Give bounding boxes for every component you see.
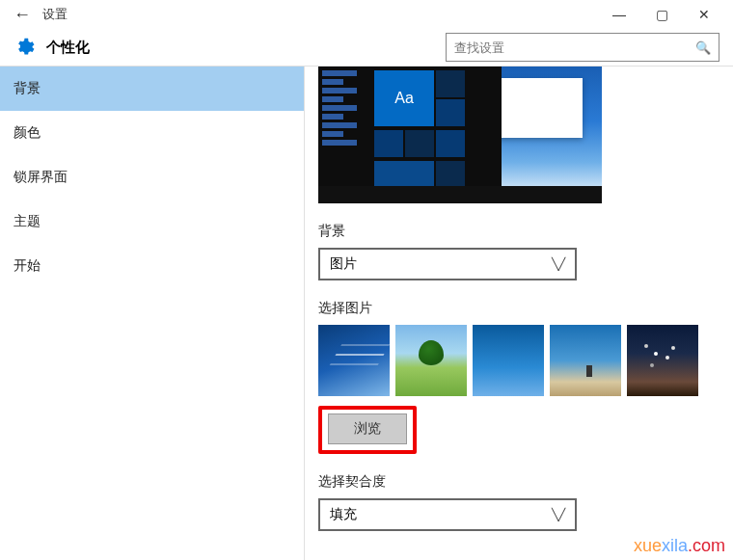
fit-label: 选择契合度 — [318, 473, 719, 491]
minimize-button[interactable]: — — [598, 0, 640, 29]
browse-highlight: 浏览 — [318, 406, 417, 454]
select-value: 填充 — [330, 506, 357, 523]
sidebar-item-label: 主题 — [14, 213, 41, 230]
close-button[interactable]: ✕ — [683, 0, 725, 29]
window-title: 设置 — [42, 6, 68, 23]
sidebar-item-themes[interactable]: 主题 — [0, 200, 304, 244]
picture-thumb-2[interactable] — [395, 325, 467, 396]
picture-thumb-1[interactable] — [318, 325, 390, 396]
gear-icon — [14, 37, 35, 58]
sidebar-item-colors[interactable]: 颜色 — [0, 111, 304, 155]
sidebar-item-label: 锁屏界面 — [14, 169, 68, 186]
search-input[interactable] — [454, 40, 695, 55]
select-value: 图片 — [330, 255, 357, 273]
sidebar-item-label: 颜色 — [14, 124, 41, 142]
sidebar-item-label: 开始 — [14, 257, 41, 275]
picture-thumb-4[interactable] — [550, 325, 621, 396]
picture-thumbnails — [318, 325, 719, 396]
choose-picture-label: 选择图片 — [318, 300, 719, 317]
sidebar-item-start[interactable]: 开始 — [0, 244, 304, 288]
picture-thumb-3[interactable] — [473, 325, 544, 396]
chevron-down-icon: ╲╱ — [552, 257, 565, 271]
background-label: 背景 — [318, 223, 719, 240]
maximize-button[interactable]: ▢ — [640, 0, 683, 29]
sidebar-item-label: 背景 — [14, 80, 41, 97]
sidebar-item-lockscreen[interactable]: 锁屏界面 — [0, 155, 304, 200]
browse-button[interactable]: 浏览 — [328, 413, 407, 444]
background-preview: Aa — [318, 67, 602, 203]
sidebar-item-background[interactable]: 背景 — [0, 67, 304, 111]
back-button[interactable]: ← — [8, 5, 37, 25]
preview-sample-text: Aa — [374, 70, 434, 126]
watermark: xuexila.com — [634, 536, 725, 556]
fit-select[interactable]: 填充 ╲╱ — [318, 498, 577, 531]
page-title: 个性化 — [46, 39, 90, 57]
sidebar: 背景 颜色 锁屏界面 主题 开始 — [0, 67, 305, 560]
content-area: Aa 背景 图片 ╲╱ 选择图片 — [305, 67, 733, 560]
search-icon: 🔍 — [695, 40, 711, 55]
picture-thumb-5[interactable] — [627, 325, 698, 396]
chevron-down-icon: ╲╱ — [552, 508, 565, 521]
background-type-select[interactable]: 图片 ╲╱ — [318, 248, 577, 280]
search-box[interactable]: 🔍 — [446, 33, 719, 62]
